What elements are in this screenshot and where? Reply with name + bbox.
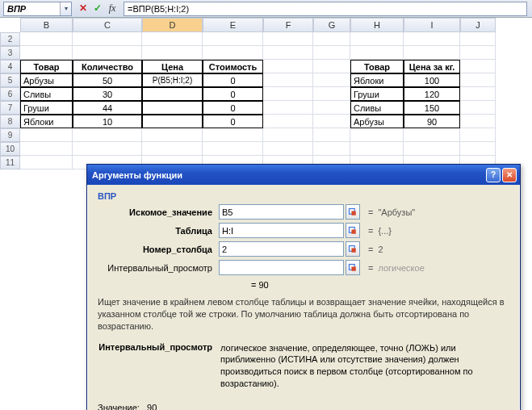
- cell[interactable]: [263, 142, 313, 156]
- cell[interactable]: [20, 32, 73, 46]
- row-header-6[interactable]: 6: [0, 87, 20, 101]
- row-header-4[interactable]: 4: [0, 60, 20, 73]
- col-header-J[interactable]: J: [460, 18, 496, 32]
- cell[interactable]: [73, 46, 142, 60]
- range-select-icon[interactable]: [346, 204, 360, 220]
- cell[interactable]: [263, 101, 313, 115]
- cell[interactable]: [350, 32, 404, 46]
- cell[interactable]: [73, 32, 142, 46]
- cell[interactable]: [460, 32, 496, 46]
- cell[interactable]: [263, 60, 313, 73]
- cell[interactable]: [350, 46, 404, 60]
- name-box[interactable]: ВПР ▾: [3, 2, 72, 16]
- col-header-C[interactable]: C: [73, 18, 142, 32]
- cell[interactable]: [460, 60, 496, 73]
- cell[interactable]: [313, 32, 350, 46]
- row-header-3[interactable]: 3: [0, 46, 20, 60]
- cell[interactable]: 44: [73, 101, 142, 115]
- cell[interactable]: Груши: [350, 87, 404, 101]
- row-header-5[interactable]: 5: [0, 73, 20, 87]
- cell[interactable]: [142, 87, 203, 101]
- cell[interactable]: [263, 73, 313, 87]
- cell[interactable]: [20, 142, 73, 156]
- arg-input-3[interactable]: [219, 260, 344, 275]
- cell[interactable]: [460, 101, 496, 115]
- formula-enter-icon[interactable]: ✓: [91, 2, 104, 15]
- cell[interactable]: [404, 128, 460, 142]
- dialog-help-button[interactable]: ?: [486, 168, 501, 182]
- grid[interactable]: ТоварКоличествоЦенаСтоимостьТоварЦена за…: [20, 32, 496, 169]
- cell[interactable]: 0: [203, 87, 263, 101]
- col-header-F[interactable]: F: [263, 18, 313, 32]
- cell[interactable]: [404, 32, 460, 46]
- cell[interactable]: 50: [73, 73, 142, 87]
- row-header-7[interactable]: 7: [0, 101, 20, 115]
- cell[interactable]: [460, 87, 496, 101]
- row-header-2[interactable]: 2: [0, 32, 20, 46]
- cell[interactable]: [142, 128, 203, 142]
- cell[interactable]: Арбузы: [350, 115, 404, 128]
- cell[interactable]: Товар: [20, 60, 73, 73]
- cell[interactable]: Арбузы: [20, 73, 73, 87]
- cell[interactable]: Яблоки: [20, 115, 73, 128]
- range-select-icon[interactable]: [346, 241, 360, 257]
- cell[interactable]: [460, 115, 496, 128]
- cell[interactable]: [73, 128, 142, 142]
- cell[interactable]: 0: [203, 101, 263, 115]
- chevron-down-icon[interactable]: ▾: [60, 2, 71, 15]
- cell[interactable]: [313, 46, 350, 60]
- col-header-B[interactable]: B: [20, 18, 73, 32]
- cell[interactable]: Товар: [350, 60, 404, 73]
- cell[interactable]: [313, 115, 350, 128]
- col-header-E[interactable]: E: [203, 18, 263, 32]
- cell[interactable]: [20, 46, 73, 60]
- col-header-H[interactable]: H: [350, 18, 404, 32]
- formula-input[interactable]: =ВПР(B5;H:I;2): [124, 2, 527, 16]
- cell[interactable]: Груши: [20, 101, 73, 115]
- cell[interactable]: [203, 46, 263, 60]
- cell[interactable]: Яблоки: [350, 73, 404, 87]
- cell[interactable]: [350, 142, 404, 156]
- cell[interactable]: 90: [404, 115, 460, 128]
- cell[interactable]: Цена за кг.: [404, 60, 460, 73]
- cell[interactable]: 100: [404, 73, 460, 87]
- cell[interactable]: [142, 115, 203, 128]
- cell[interactable]: [73, 142, 142, 156]
- dialog-close-button[interactable]: ✕: [502, 168, 517, 182]
- arg-input-0[interactable]: [219, 204, 344, 220]
- row-header-11[interactable]: 11: [0, 156, 20, 169]
- cell[interactable]: 120: [404, 87, 460, 101]
- cell[interactable]: [313, 87, 350, 101]
- cell[interactable]: [263, 115, 313, 128]
- cell[interactable]: [350, 128, 404, 142]
- cell[interactable]: [460, 73, 496, 87]
- fx-icon[interactable]: fx: [106, 2, 119, 15]
- arg-input-2[interactable]: [219, 241, 344, 257]
- cell[interactable]: Сливы: [20, 87, 73, 101]
- cell[interactable]: [203, 32, 263, 46]
- range-select-icon[interactable]: [346, 260, 360, 275]
- cell[interactable]: [263, 87, 313, 101]
- cell[interactable]: 0: [203, 115, 263, 128]
- cell[interactable]: [404, 142, 460, 156]
- arg-input-1[interactable]: [219, 223, 344, 238]
- cell[interactable]: [203, 142, 263, 156]
- cell[interactable]: [142, 32, 203, 46]
- col-header-G[interactable]: G: [313, 18, 350, 32]
- cell[interactable]: 30: [73, 87, 142, 101]
- cell[interactable]: Р(B5;H:I;2): [142, 73, 203, 87]
- cell[interactable]: [203, 128, 263, 142]
- cell[interactable]: [404, 46, 460, 60]
- cell[interactable]: [20, 156, 73, 169]
- cell[interactable]: Количество: [73, 60, 142, 73]
- cell[interactable]: [313, 73, 350, 87]
- cell[interactable]: [263, 128, 313, 142]
- col-header-I[interactable]: I: [404, 18, 460, 32]
- cell[interactable]: [20, 128, 73, 142]
- range-select-icon[interactable]: [346, 223, 360, 238]
- row-header-8[interactable]: 8: [0, 115, 20, 128]
- cell[interactable]: [313, 142, 350, 156]
- cell[interactable]: [142, 142, 203, 156]
- cell[interactable]: Сливы: [350, 101, 404, 115]
- cell[interactable]: [263, 46, 313, 60]
